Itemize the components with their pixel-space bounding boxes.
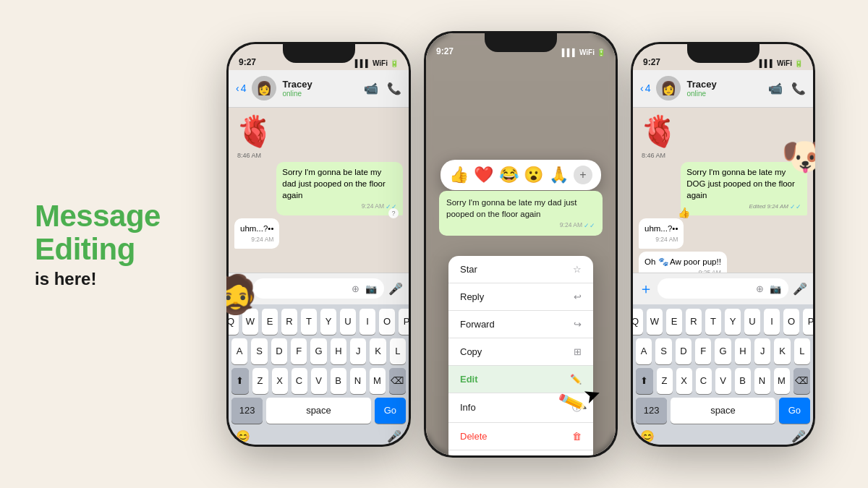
key-k-right[interactable]: K <box>774 338 790 364</box>
key-g-right[interactable]: G <box>715 338 731 364</box>
sent-bubble-left[interactable]: Sorry I'm gonna be late my dad just poop… <box>276 162 403 216</box>
key-p-right[interactable]: P <box>803 309 813 335</box>
key-l-left[interactable]: L <box>390 338 406 364</box>
video-icon-right[interactable]: 📹 <box>768 82 783 95</box>
key-z-right[interactable]: Z <box>657 368 673 394</box>
camera-icon-left[interactable]: 📷 <box>365 283 377 294</box>
key-x-right[interactable]: X <box>676 368 692 394</box>
key-123-left[interactable]: 123 <box>231 398 263 424</box>
key-s-left[interactable]: S <box>251 338 267 364</box>
menu-item-copy[interactable]: Copy ⊞ <box>448 338 593 366</box>
key-shift-right[interactable]: ⬆ <box>636 368 653 394</box>
key-go-left[interactable]: Go <box>375 398 406 424</box>
key-go-right[interactable]: Go <box>779 398 810 424</box>
reaction-wow[interactable]: 😮 <box>524 166 543 184</box>
key-r-left[interactable]: R <box>281 309 297 335</box>
key-b-right[interactable]: B <box>735 368 751 394</box>
video-icon-left[interactable]: 📹 <box>364 82 378 95</box>
key-k-left[interactable]: K <box>370 338 386 364</box>
key-i-right[interactable]: I <box>764 309 780 335</box>
gif-icon-left[interactable]: ⊕ <box>352 283 359 294</box>
key-v-left[interactable]: V <box>311 368 327 394</box>
emoji-icon-right[interactable]: 😊 <box>640 429 655 443</box>
key-e-left[interactable]: E <box>262 309 278 335</box>
back-button-right[interactable]: ‹ 4 <box>640 82 650 94</box>
key-h-left[interactable]: H <box>331 338 346 364</box>
received-bubble-left[interactable]: uhm...?•• 9:24 AM <box>234 218 279 249</box>
key-d-left[interactable]: D <box>271 338 287 364</box>
key-b-left[interactable]: B <box>331 368 346 394</box>
gif-icon-right[interactable]: ⊕ <box>756 283 764 294</box>
key-j-right[interactable]: J <box>754 338 770 364</box>
key-a-left[interactable]: A <box>231 338 247 364</box>
key-m-right[interactable]: M <box>774 368 790 394</box>
input-field-left[interactable]: ⊕ 📷 <box>253 278 384 299</box>
key-o-right[interactable]: O <box>783 309 799 335</box>
key-c-right[interactable]: C <box>696 368 712 394</box>
key-shift-left[interactable]: ⬆ <box>231 368 249 394</box>
back-button-left[interactable]: ‹ 4 <box>236 82 246 94</box>
reaction-plus[interactable]: + <box>574 166 592 184</box>
key-t-left[interactable]: T <box>301 309 317 335</box>
reaction-thumbs[interactable]: 👍 <box>449 166 469 184</box>
key-u-left[interactable]: U <box>340 309 356 335</box>
reaction-heart[interactable]: ❤️ <box>474 166 493 184</box>
received-bubble-right-1[interactable]: uhm...?•• 9:24 AM <box>639 218 684 249</box>
phone-icon-left[interactable]: 📞 <box>387 82 401 95</box>
reaction-pray[interactable]: 🙏 <box>549 166 569 184</box>
key-a-right[interactable]: A <box>636 338 652 364</box>
key-j-left[interactable]: J <box>350 338 366 364</box>
key-y-left[interactable]: Y <box>320 309 336 335</box>
key-m-left[interactable]: M <box>370 368 386 394</box>
key-o-left[interactable]: O <box>379 309 395 335</box>
key-s-right[interactable]: S <box>655 338 671 364</box>
key-v-right[interactable]: V <box>715 368 731 394</box>
key-f-right[interactable]: F <box>695 338 711 364</box>
menu-item-delete[interactable]: Delete 🗑 <box>448 423 593 450</box>
menu-item-forward[interactable]: Forward ↪ <box>448 311 593 338</box>
key-r-right[interactable]: R <box>686 309 702 335</box>
key-n-right[interactable]: N <box>754 368 770 394</box>
mic-bottom-left[interactable]: 🎤 <box>387 429 401 443</box>
emoji-reactions[interactable]: 👍 ❤️ 😂 😮 🙏 + <box>441 160 601 190</box>
key-delete-left[interactable]: ⌫ <box>389 368 407 394</box>
key-p-left[interactable]: P <box>399 309 409 335</box>
avatar-right: 👩 <box>656 76 681 100</box>
key-e-right[interactable]: E <box>666 309 682 335</box>
input-field-right[interactable]: ⊕ 📷 <box>658 278 788 299</box>
key-l-right[interactable]: L <box>794 338 810 364</box>
context-menu[interactable]: Star ☆ Reply ↩ Forward ↪ Copy ⊞ Edit ✏ <box>448 256 593 455</box>
plus-icon-right[interactable]: ＋ <box>639 279 653 299</box>
mic-icon-left[interactable]: 🎤 <box>388 282 403 296</box>
mic-bottom-right[interactable]: 🎤 <box>791 429 806 443</box>
key-t-right[interactable]: T <box>705 309 721 335</box>
emoji-icon-left[interactable]: 😊 <box>236 429 250 443</box>
key-n-left[interactable]: N <box>350 368 366 394</box>
received-bubble-right-2[interactable]: Oh 🐾 Aw poor pup!! 9:25 AM <box>639 252 727 272</box>
emoji-bar-right: 😊 🎤 <box>633 427 813 445</box>
key-f-left[interactable]: F <box>291 338 307 364</box>
key-c-left[interactable]: C <box>292 368 307 394</box>
key-z-left[interactable]: Z <box>252 368 268 394</box>
key-space-right[interactable]: space <box>671 398 775 424</box>
mic-icon-right[interactable]: 🎤 <box>793 282 807 296</box>
key-space-left[interactable]: space <box>266 398 370 424</box>
camera-icon-right[interactable]: 📷 <box>770 283 781 294</box>
key-123-right[interactable]: 123 <box>636 398 667 424</box>
phone-icon-right[interactable]: 📞 <box>791 82 806 95</box>
menu-item-reply[interactable]: Reply ↩ <box>448 283 593 311</box>
reaction-laugh[interactable]: 😂 <box>499 166 519 184</box>
key-g-left[interactable]: G <box>310 338 326 364</box>
key-q-right[interactable]: Q <box>633 309 643 335</box>
key-delete-right[interactable]: ⌫ <box>793 368 811 394</box>
menu-item-more[interactable]: More... <box>448 450 593 455</box>
key-w-right[interactable]: W <box>647 309 663 335</box>
menu-item-star[interactable]: Star ☆ <box>448 256 593 283</box>
key-u-right[interactable]: U <box>744 309 760 335</box>
key-x-left[interactable]: X <box>272 368 288 394</box>
key-h-right[interactable]: H <box>735 338 751 364</box>
key-d-right[interactable]: D <box>676 338 692 364</box>
key-y-right[interactable]: Y <box>725 309 741 335</box>
key-i-left[interactable]: I <box>359 309 375 335</box>
menu-item-edit[interactable]: Edit ✏️ <box>448 366 593 393</box>
